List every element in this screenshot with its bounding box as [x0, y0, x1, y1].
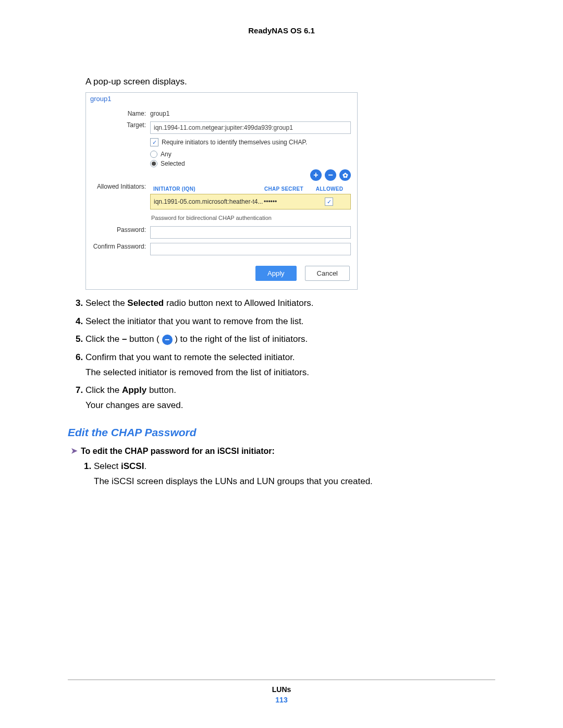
initiator-table-header: INITIATOR (IQN) CHAP SECRET ALLOWED — [150, 184, 351, 194]
step-b1-follow: The iSCSI screen displays the LUNs and L… — [94, 475, 495, 488]
dialog-tab[interactable]: group1 — [86, 93, 357, 103]
step-3: Select the Selected radio button next to… — [85, 297, 495, 310]
initiator-row[interactable]: iqn.1991-05.com.microsoft:heather-t4... … — [150, 194, 351, 209]
arrow-icon: ➤ — [71, 446, 78, 455]
require-chap-checkbox[interactable]: ✓ Require initiators to identify themsel… — [150, 138, 351, 146]
gear-icon[interactable]: ✿ — [339, 169, 351, 181]
minus-icon: − — [162, 335, 173, 345]
radio-selected-label: Selected — [161, 160, 185, 167]
apply-button[interactable]: Apply — [255, 266, 297, 281]
confirm-password-label: Confirm Password: — [90, 243, 150, 255]
radio-selected[interactable]: Selected — [150, 160, 351, 167]
radio-icon — [150, 151, 157, 158]
target-label: Target: — [90, 121, 150, 134]
add-icon[interactable]: + — [310, 169, 322, 181]
check-icon: ✓ — [150, 138, 158, 146]
allowed-label: Allowed Initiators: — [90, 183, 150, 190]
password-input[interactable] — [150, 226, 351, 239]
dialog-screenshot: group1 Name: group1 Target: iqn.1994-11.… — [85, 92, 358, 290]
radio-any[interactable]: Any — [150, 151, 351, 158]
intro-text: A pop-up screen displays. — [85, 77, 495, 87]
step-6: Confirm that you want to remote the sele… — [85, 351, 495, 379]
row-secret: •••••• — [264, 198, 311, 205]
steps-list-b: Select iSCSI. The iSCSI screen displays … — [94, 460, 495, 488]
page-footer: LUNs 113 — [68, 676, 495, 704]
step-6-follow: The selected initiator is removed from t… — [85, 366, 495, 379]
radio-icon — [150, 160, 157, 167]
name-label: Name: — [90, 110, 150, 117]
col-allowed: ALLOWED — [311, 186, 348, 192]
confirm-password-input[interactable] — [150, 243, 351, 255]
password-label: Password: — [90, 226, 150, 239]
task-heading: ➤To edit the CHAP password for an iSCSI … — [71, 446, 495, 456]
row-iqn: iqn.1991-05.com.microsoft:heather-t4... — [154, 198, 264, 205]
steps-list: Select the Selected radio button next to… — [85, 297, 495, 412]
step-7-follow: Your changes are saved. — [85, 399, 495, 412]
step-b1: Select iSCSI. The iSCSI screen displays … — [94, 460, 495, 488]
target-input[interactable]: iqn.1994-11.com.netgear:jupiter:499da939… — [150, 121, 351, 134]
section-title: Edit the CHAP Password — [68, 426, 495, 439]
footer-page: 113 — [68, 696, 495, 704]
name-value: group1 — [150, 110, 351, 117]
remove-icon[interactable]: − — [325, 169, 336, 181]
footer-section: LUNs — [68, 685, 495, 694]
page-header: ReadyNAS OS 6.1 — [68, 26, 495, 35]
step-5: Click the – button ( − ) to the right of… — [85, 333, 495, 346]
row-allowed-check: ✓ — [325, 198, 333, 206]
cancel-button[interactable]: Cancel — [305, 266, 350, 281]
radio-any-label: Any — [161, 151, 172, 158]
step-4: Select the initiator that you want to re… — [85, 315, 495, 328]
col-iqn: INITIATOR (IQN) — [153, 186, 264, 192]
require-chap-label: Require initiators to identify themselve… — [162, 139, 307, 146]
step-7: Click the Apply button. Your changes are… — [85, 384, 495, 412]
col-secret: CHAP SECRET — [264, 186, 311, 192]
password-caption: Password for bidirectional CHAP authenti… — [151, 215, 351, 221]
